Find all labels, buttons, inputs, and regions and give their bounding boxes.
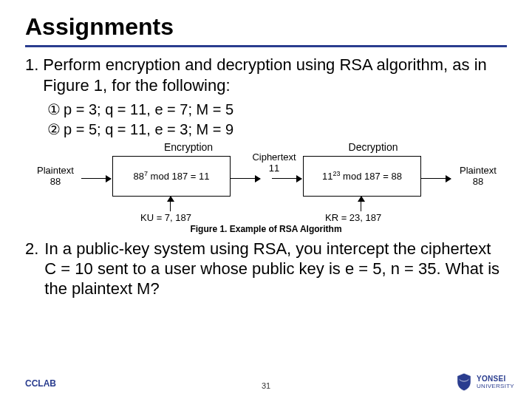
- plaintext-out-value: 88: [452, 176, 504, 187]
- arrow-icon: [421, 178, 451, 179]
- ciphertext: Ciphertext 11: [248, 151, 300, 174]
- q1-number: 1.: [25, 55, 38, 95]
- q2-number: 2.: [25, 239, 38, 299]
- public-key-label: KU = 7, 187: [140, 212, 191, 223]
- uni-line1: YONSEI: [477, 375, 514, 383]
- arrow-icon: [231, 178, 260, 179]
- q1-sub-item: ② p = 5; q = 11, e = 3; M = 9: [47, 120, 507, 140]
- arrow-icon: [272, 178, 301, 179]
- figure-1: Encryption Decryption Plaintext 88 887 m…: [30, 141, 502, 237]
- dec-expr: 1123 mod 187 = 88: [322, 170, 402, 182]
- university-logo: YONSEI UNIVERSITY: [456, 372, 514, 392]
- decryption-heading: Decryption: [325, 141, 421, 153]
- ciphertext-value: 11: [248, 163, 300, 174]
- sub-text: p = 5; q = 11, e = 3; M = 9: [64, 120, 233, 140]
- sub-text: p = 3; q = 11, e = 7; M = 5: [64, 100, 233, 120]
- ciphertext-label: Ciphertext: [248, 151, 300, 163]
- q1-sub-list: ① p = 3; q = 11, e = 7; M = 5 ② p = 5; q…: [47, 100, 507, 140]
- plaintext-in-label: Plaintext: [30, 165, 81, 176]
- lab-brand: CCLAB: [25, 378, 56, 389]
- q2-text: In a public-key system using RSA, you in…: [44, 239, 507, 299]
- plaintext-out: Plaintext 88: [452, 165, 504, 187]
- uni-line2: UNIVERSITY: [477, 383, 514, 389]
- arrow-up-icon: [361, 197, 361, 211]
- shield-icon: [456, 372, 472, 392]
- question-2: 2. In a public-key system using RSA, you…: [25, 239, 507, 299]
- plaintext-in: Plaintext 88: [30, 165, 81, 187]
- encryption-heading: Encryption: [140, 141, 236, 153]
- private-key-label: KR = 23, 187: [325, 212, 381, 223]
- title-rule: [25, 45, 507, 47]
- plaintext-out-label: Plaintext: [452, 165, 504, 176]
- page-title: Assignments: [25, 13, 507, 41]
- figure-caption: Figure 1. Example of RSA Algorithm: [30, 224, 502, 234]
- slide: Assignments 1. Perform encryption and de…: [0, 0, 532, 399]
- q1-text: Perform encryption and decryption using …: [43, 55, 507, 95]
- arrow-icon: [81, 178, 111, 179]
- page-number: 31: [262, 381, 270, 390]
- question-1: 1. Perform encryption and decryption usi…: [25, 55, 507, 95]
- arrow-up-icon: [170, 197, 171, 211]
- encryption-box: 887 mod 187 = 11: [112, 156, 231, 197]
- decryption-box: 1123 mod 187 = 88: [303, 156, 421, 197]
- university-text: YONSEI UNIVERSITY: [477, 375, 514, 389]
- plaintext-in-value: 88: [30, 176, 81, 187]
- sub-marker: ①: [47, 100, 64, 120]
- enc-expr: 887 mod 187 = 11: [134, 170, 210, 182]
- footer: CCLAB 31 YONSEI UNIVERSITY: [0, 372, 532, 395]
- q1-sub-item: ① p = 3; q = 11, e = 7; M = 5: [47, 100, 507, 120]
- sub-marker: ②: [47, 120, 64, 140]
